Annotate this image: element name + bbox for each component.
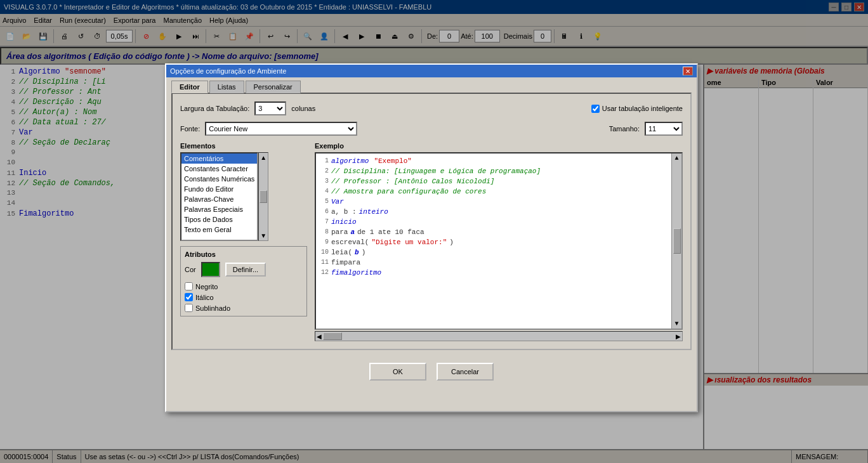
ex-line-12: 12 fimalgoritmo	[319, 268, 679, 278]
sublinhado-label: Sublinhado	[195, 304, 230, 312]
negrito-checkbox[interactable]	[185, 282, 193, 290]
sublinhado-row: Sublinhado	[185, 304, 303, 312]
ex-line-6: 6 a, b : inteiro	[319, 207, 679, 217]
ex-line-11: 11 fimpara	[319, 258, 679, 268]
dialog-titlebar: Opções de configuração de Ambiente ✕	[166, 65, 697, 77]
example-scroll-up[interactable]: ▲	[674, 155, 678, 162]
ex-line-3: 3 // Professor : [Antônio Calos Nicolodi…	[319, 176, 679, 186]
el-comentarios[interactable]: Comentários	[181, 153, 257, 164]
scroll-up-icon[interactable]: ▲	[260, 154, 266, 161]
fonte-select[interactable]: Courier New Arial Consolas	[205, 122, 357, 136]
el-tipos[interactable]: Tipos de Dados	[181, 214, 257, 225]
tabulacao-row: Largura da Tabulação: 324 colunas Usar t…	[180, 101, 683, 115]
elements-panel: Elementos Comentários Constantes Caracte…	[180, 142, 307, 341]
negrito-row: Negrito	[185, 282, 303, 290]
scroll-thumb[interactable]	[260, 190, 267, 203]
ex-line-1: 1 algoritmo "Exemplo"	[319, 156, 679, 166]
ok-button[interactable]: OK	[369, 363, 426, 381]
el-palavras-chave[interactable]: Palavras-Chave	[181, 194, 257, 204]
example-vscrollbar[interactable]: ▲ ▼	[671, 153, 681, 329]
cor-label: Cor	[185, 266, 196, 273]
dialog-tabs: Editor Listas Personalizar	[166, 77, 697, 93]
config-dialog: Opções de configuração de Ambiente ✕ Edi…	[165, 63, 698, 412]
hscroll-right[interactable]: ▶	[676, 333, 681, 340]
elements-list[interactable]: Comentários Constantes Caracter Constant…	[180, 152, 258, 241]
dialog-overlay: Opções de configuração de Ambiente ✕ Edi…	[0, 0, 868, 463]
color-row: Cor Definir...	[185, 262, 303, 277]
example-panel: Exemplo 1 algoritmo "Exemplo" 2 // Disci…	[315, 142, 683, 341]
tamanho-select[interactable]: 11101214	[645, 122, 683, 136]
exemplo-label: Exemplo	[315, 142, 683, 150]
el-const-num[interactable]: Constantes Numéricas	[181, 174, 257, 184]
usar-tabulacao-row: Usar tabulação inteligente	[591, 105, 683, 113]
dialog-title: Opções de configuração de Ambiente	[170, 67, 286, 75]
fonte-label: Fonte:	[180, 125, 200, 133]
ex-line-5: 5 Var	[319, 197, 679, 207]
color-swatch	[201, 262, 220, 277]
ex-line-4: 4 // Amostra para configuração de cores	[319, 186, 679, 197]
italico-label: Itálico	[195, 294, 214, 301]
atributos-label: Atributos	[185, 251, 303, 258]
example-scroll-down[interactable]: ▼	[674, 320, 678, 327]
dialog-two-col: Elementos Comentários Constantes Caracte…	[180, 142, 683, 341]
fonte-row: Fonte: Courier New Arial Consolas Tamanh…	[180, 122, 683, 136]
definir-button[interactable]: Definir...	[225, 263, 266, 277]
tamanho-label: Tamanho:	[609, 125, 640, 133]
ex-line-10: 10 leia(b)	[319, 247, 679, 258]
el-texto-geral[interactable]: Texto em Geral	[181, 225, 257, 235]
usar-tabulacao-label: Usar tabulação inteligente	[602, 105, 683, 112]
el-fundo[interactable]: Fundo do Editor	[181, 184, 257, 194]
tabulacao-unit: colunas	[291, 105, 315, 112]
hscroll-left[interactable]: ◀	[317, 333, 322, 340]
tabulacao-label: Largura da Tabulação:	[180, 105, 249, 112]
example-box: 1 algoritmo "Exemplo" 2 // Disciplina: […	[315, 152, 683, 330]
el-const-caracter[interactable]: Constantes Caracter	[181, 164, 257, 174]
ex-line-7: 7 inicio	[319, 217, 679, 227]
tab-personalizar[interactable]: Personalizar	[246, 81, 301, 93]
cancelar-button[interactable]: Cancelar	[437, 363, 494, 381]
tab-editor[interactable]: Editor	[171, 81, 208, 93]
elementos-label: Elementos	[180, 142, 307, 150]
dialog-content: Largura da Tabulação: 324 colunas Usar t…	[171, 93, 692, 350]
checkbox-group: Negrito Itálico Sublinhado	[185, 282, 303, 312]
dialog-buttons: OK Cancelar	[166, 355, 697, 386]
italico-row: Itálico	[185, 293, 303, 301]
attributes-panel: Atributos Cor Definir... Negrito	[180, 246, 307, 316]
sublinhado-checkbox[interactable]	[185, 304, 193, 312]
ex-line-2: 2 // Disciplina: [Linguagem e Lógica de …	[319, 166, 679, 176]
tabulacao-select[interactable]: 324	[254, 101, 286, 115]
tab-listas[interactable]: Listas	[209, 81, 244, 93]
ex-line-9: 9 escreval( "Digite um valor:")	[319, 237, 679, 247]
ex-line-8: 8 para a de 1 ate 10 faca	[319, 227, 679, 237]
negrito-label: Negrito	[195, 283, 218, 290]
scroll-down-icon[interactable]: ▼	[260, 232, 266, 239]
elements-scrollbar[interactable]: ▲ ▼	[258, 152, 268, 241]
example-hscrollbar[interactable]: ◀ ▶	[315, 331, 683, 341]
dialog-close-button[interactable]: ✕	[683, 67, 693, 75]
hscroll-thumb[interactable]	[323, 332, 342, 340]
usar-tabulacao-checkbox[interactable]	[591, 105, 600, 113]
italico-checkbox[interactable]	[185, 293, 193, 301]
el-palavras-esp[interactable]: Palavras Especiais	[181, 204, 257, 214]
example-scroll-thumb[interactable]	[673, 228, 681, 254]
